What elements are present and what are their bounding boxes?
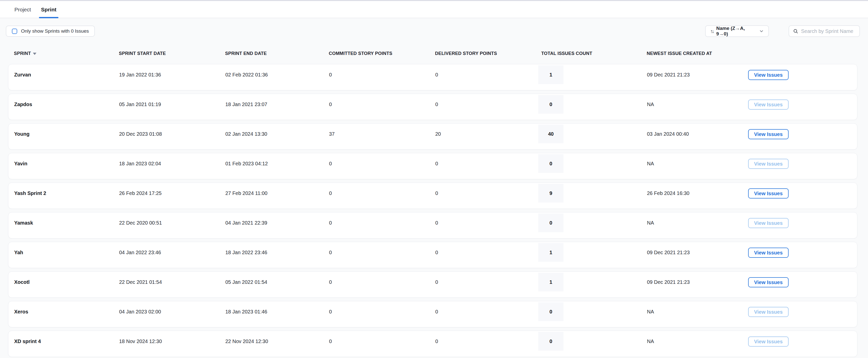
total-issues-count: 9: [538, 184, 563, 202]
total-issues-count: 0: [538, 302, 563, 321]
committed-story-points: 0: [329, 272, 435, 298]
view-issues-button: View Issues: [748, 336, 788, 347]
sprint-end-date: 18 Jan 2023 01:46: [225, 301, 329, 327]
newest-issue-created-at: NA: [647, 213, 748, 238]
sprint-table-body: Zurvan 19 Jan 2022 01:36 02 Feb 2022 01:…: [8, 64, 857, 357]
view-issues-button: View Issues: [748, 159, 788, 169]
total-issues-count: 0: [538, 214, 563, 232]
sprint-name: Young: [8, 123, 119, 149]
total-issues-count: 0: [538, 95, 563, 114]
sprint-end-date: 02 Jan 2024 13:30: [225, 123, 329, 149]
sprint-name: Xocotl: [8, 272, 119, 298]
total-issues-count: 0: [538, 332, 563, 351]
chevron-down-icon: [759, 29, 764, 33]
tab-sprint[interactable]: Sprint: [40, 2, 57, 18]
delivered-story-points: 0: [435, 272, 538, 298]
sprint-start-date: 22 Dec 2021 01:54: [119, 272, 225, 298]
column-header-newest-issue: NEWEST ISSUE CREATED AT: [647, 51, 857, 56]
newest-issue-created-at: NA: [647, 94, 748, 120]
search-icon: [793, 28, 798, 34]
sprint-name: Zapdos: [8, 94, 119, 120]
column-header-sprint[interactable]: SPRINT: [8, 51, 119, 56]
newest-issue-created-at: 03 Jan 2024 00:40: [647, 123, 748, 149]
committed-story-points: 0: [329, 331, 435, 357]
sprint-start-date: 04 Jan 2022 23:46: [119, 242, 225, 268]
newest-issue-created-at: 26 Feb 2024 16:30: [647, 183, 748, 209]
sprint-name: Yavin: [8, 153, 119, 179]
column-header-total-issues: TOTAL ISSUES COUNT: [541, 51, 647, 56]
sprint-end-date: 02 Feb 2022 01:36: [225, 64, 329, 90]
delivered-story-points: 0: [435, 153, 538, 179]
view-issues-button[interactable]: View Issues: [748, 188, 788, 198]
delivered-story-points: 0: [435, 183, 538, 209]
newest-issue-created-at: NA: [647, 153, 748, 179]
total-issues-count: 40: [538, 125, 563, 143]
search-input[interactable]: [801, 28, 855, 34]
committed-story-points: 0: [329, 64, 435, 90]
view-issues-button: View Issues: [748, 100, 788, 110]
total-issues-count: 1: [538, 243, 563, 262]
sprint-start-date: 18 Jan 2023 02:04: [119, 153, 225, 179]
sprint-end-date: 05 Jan 2022 01:54: [225, 272, 329, 298]
committed-story-points: 0: [329, 183, 435, 209]
committed-story-points: 0: [329, 242, 435, 268]
newest-issue-created-at: 09 Dec 2021 21:23: [647, 242, 748, 268]
view-issues-button: View Issues: [748, 218, 788, 228]
sprint-start-date: 04 Jan 2023 02:00: [119, 301, 225, 327]
sprint-start-date: 26 Feb 2024 17:25: [119, 183, 225, 209]
sort-descending-icon: [33, 53, 36, 55]
sort-dropdown[interactable]: ↑↓ Name (Z→A, 9→0): [705, 25, 769, 37]
committed-story-points: 0: [329, 153, 435, 179]
newest-issue-created-at: 09 Dec 2021 21:23: [647, 64, 748, 90]
sprint-end-date: 22 Nov 2024 12:30: [225, 331, 329, 357]
view-issues-button[interactable]: View Issues: [748, 129, 788, 139]
view-issues-button[interactable]: View Issues: [748, 248, 788, 258]
table-row: XD sprint 4 18 Nov 2024 12:30 22 Nov 202…: [8, 331, 857, 357]
total-issues-count: 0: [538, 154, 563, 173]
sprint-end-date: 01 Feb 2023 04:12: [225, 153, 329, 179]
sprint-search: [788, 25, 860, 37]
sprint-name: Yamask: [8, 213, 119, 238]
table-row: Zapdos 05 Jan 2021 01:19 18 Jan 2021 23:…: [8, 94, 857, 120]
tab-bar: Project Sprint: [0, 1, 868, 18]
column-header-start-date: SPRINT START DATE: [119, 51, 225, 56]
zero-issues-filter[interactable]: Only show Sprints with 0 Issues: [6, 26, 95, 37]
column-header-delivered-points: DELIVERED STORY POINTS: [435, 51, 541, 56]
table-row: Young 20 Dec 2023 01:08 02 Jan 2024 13:3…: [8, 123, 857, 149]
tab-project[interactable]: Project: [14, 2, 31, 18]
toolbar: Only show Sprints with 0 Issues ↑↓ Name …: [6, 25, 860, 37]
sprint-end-date: 27 Feb 2024 11:00: [225, 183, 329, 209]
delivered-story-points: 0: [435, 331, 538, 357]
sprint-start-date: 20 Dec 2023 01:08: [119, 123, 225, 149]
table-row: Yah 04 Jan 2022 23:46 18 Jan 2022 23:46 …: [8, 242, 857, 268]
newest-issue-created-at: NA: [647, 301, 748, 327]
delivered-story-points: 0: [435, 213, 538, 238]
delivered-story-points: 0: [435, 242, 538, 268]
committed-story-points: 0: [329, 301, 435, 327]
sprint-end-date: 04 Jan 2021 22:39: [225, 213, 329, 238]
total-issues-count: 1: [538, 65, 563, 84]
sprint-start-date: 22 Dec 2020 00:51: [119, 213, 225, 238]
delivered-story-points: 20: [435, 123, 538, 149]
delivered-story-points: 0: [435, 64, 538, 90]
sprint-name: Zurvan: [8, 64, 119, 90]
table-row: Yamask 22 Dec 2020 00:51 04 Jan 2021 22:…: [8, 212, 857, 239]
committed-story-points: 0: [329, 94, 435, 120]
column-header-end-date: SPRINT END DATE: [225, 51, 329, 56]
sprint-start-date: 19 Jan 2022 01:36: [119, 64, 225, 90]
table-row: Yavin 18 Jan 2023 02:04 01 Feb 2023 04:1…: [8, 153, 857, 179]
view-issues-button[interactable]: View Issues: [748, 70, 788, 80]
view-issues-button: View Issues: [748, 307, 788, 317]
total-issues-count: 1: [538, 273, 563, 292]
sprint-end-date: 18 Jan 2021 23:07: [225, 94, 329, 120]
committed-story-points: 37: [329, 123, 435, 149]
delivered-story-points: 0: [435, 94, 538, 120]
zero-issues-checkbox[interactable]: [12, 29, 17, 34]
view-issues-button[interactable]: View Issues: [748, 277, 788, 287]
table-row: Xeros 04 Jan 2023 02:00 18 Jan 2023 01:4…: [8, 301, 857, 327]
sort-dropdown-label: Name (Z→A, 9→0): [716, 26, 757, 37]
table-header: SPRINT SPRINT START DATE SPRINT END DATE…: [8, 47, 857, 60]
column-header-committed-points: COMMITTED STORY POINTS: [329, 51, 435, 56]
table-row: Zurvan 19 Jan 2022 01:36 02 Feb 2022 01:…: [8, 64, 857, 90]
committed-story-points: 0: [329, 213, 435, 238]
